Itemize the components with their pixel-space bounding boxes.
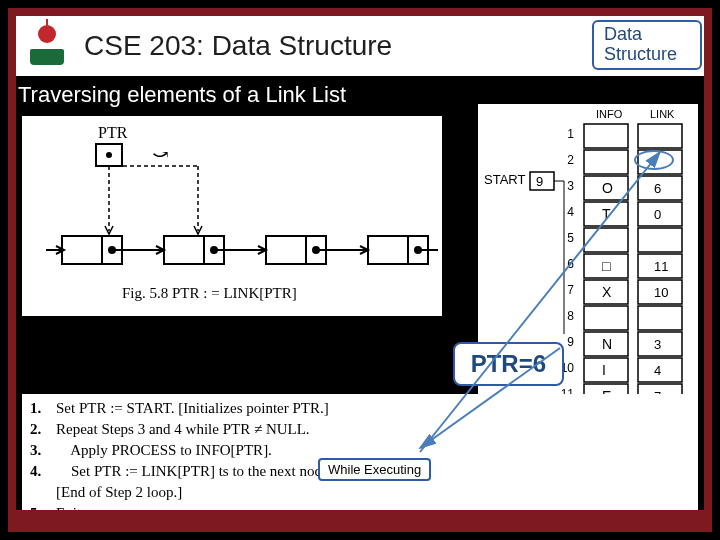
svg-rect-48	[638, 228, 682, 252]
svg-text:□: □	[602, 258, 611, 274]
algo-step-number: 4.	[30, 461, 56, 482]
algo-step-number: 1.	[30, 398, 56, 419]
course-title: CSE 203: Data Structure	[84, 30, 392, 62]
svg-text:INFO: INFO	[596, 108, 623, 120]
algo-step-text: Set PTR := LINK[PTR] ts to the next node…	[56, 461, 337, 482]
algo-step-text: Set PTR := START. [Initializes pointer P…	[56, 398, 329, 419]
ptr-value-callout: PTR=6	[453, 342, 564, 386]
svg-text:6: 6	[567, 257, 574, 271]
svg-text:T: T	[602, 206, 611, 222]
svg-text:8: 8	[567, 309, 574, 323]
algo-step-text: Repeat Steps 3 and 4 while PTR ≠ NULL.	[56, 419, 310, 440]
svg-text:LINK: LINK	[650, 108, 675, 120]
svg-point-12	[211, 247, 217, 253]
svg-text:10: 10	[654, 285, 668, 300]
while-executing-label: While Executing	[318, 458, 431, 481]
svg-rect-68	[584, 358, 628, 382]
svg-text:9: 9	[567, 335, 574, 349]
svg-rect-34	[584, 150, 628, 174]
algo-step-text: Apply PROCESS to INFO[PTR].	[56, 440, 272, 461]
algorithm-box: 1.Set PTR := START. [Initializes pointer…	[22, 394, 698, 514]
svg-text:I: I	[602, 362, 606, 378]
svg-text:O: O	[602, 180, 613, 196]
slide-subtitle: Traversing elements of a Link List	[16, 82, 346, 108]
svg-text:9: 9	[536, 174, 543, 189]
highlight-oval-icon	[634, 150, 674, 170]
algo-step-number: 3.	[30, 440, 56, 461]
svg-text:START: START	[484, 172, 525, 187]
svg-text:11: 11	[654, 259, 668, 274]
svg-text:1: 1	[567, 127, 574, 141]
svg-text:3: 3	[567, 179, 574, 193]
svg-rect-32	[638, 124, 682, 148]
figure-ptr-diagram: PTR ⤻ Fig. 5.8 PTR : = LINK[PTR]	[22, 116, 442, 316]
svg-text:4: 4	[654, 363, 661, 378]
svg-point-8	[109, 247, 115, 253]
svg-rect-60	[584, 306, 628, 330]
badge-line2: Structure	[604, 45, 677, 65]
svg-point-1	[106, 152, 112, 158]
svg-point-16	[313, 247, 319, 253]
svg-text:7: 7	[567, 283, 574, 297]
svg-rect-47	[584, 228, 628, 252]
svg-text:⤻: ⤻	[152, 143, 169, 165]
algo-step-number	[30, 482, 56, 503]
slide-header: CSE 203: Data Structure Data Structure	[16, 16, 704, 76]
svg-point-20	[415, 247, 421, 253]
svg-text:X: X	[602, 284, 612, 300]
svg-text:4: 4	[567, 205, 574, 219]
badge-line1: Data	[604, 25, 642, 45]
svg-text:0: 0	[654, 207, 661, 222]
svg-text:N: N	[602, 336, 612, 352]
ptr-text: PTR	[98, 124, 128, 141]
svg-text:5: 5	[567, 231, 574, 245]
svg-rect-31	[584, 124, 628, 148]
svg-text:2: 2	[567, 153, 574, 167]
svg-rect-61	[638, 306, 682, 330]
badge-data-structure: Data Structure	[592, 20, 702, 70]
university-logo-icon	[22, 21, 72, 71]
algo-step-text: [End of Step 2 loop.]	[56, 482, 182, 503]
svg-text:6: 6	[654, 181, 661, 196]
svg-text:3: 3	[654, 337, 661, 352]
algo-step-number: 2.	[30, 419, 56, 440]
footer-band	[16, 510, 704, 524]
figure-caption: Fig. 5.8 PTR : = LINK[PTR]	[122, 285, 297, 301]
